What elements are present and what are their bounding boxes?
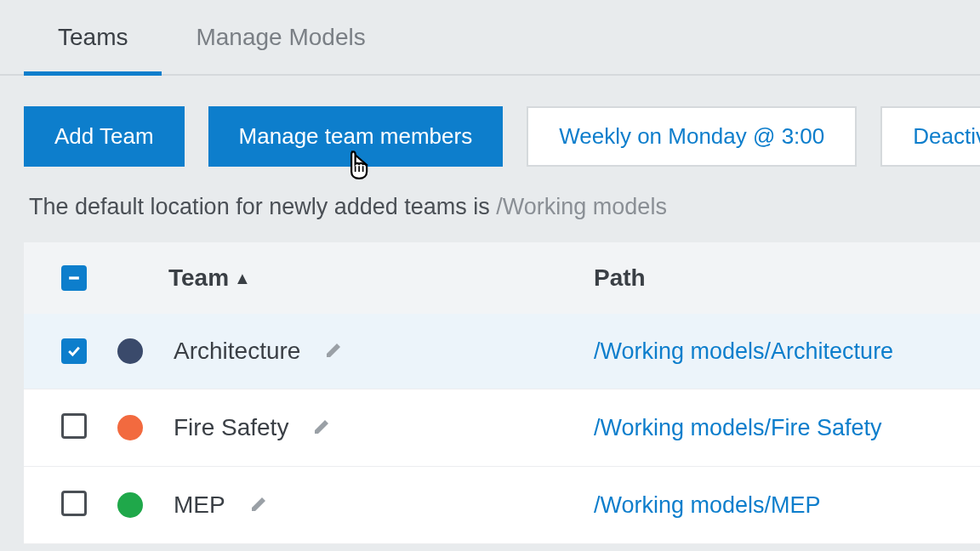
row-checkbox[interactable]: [61, 413, 87, 439]
edit-icon[interactable]: [312, 416, 333, 440]
tab-teams[interactable]: Teams: [24, 0, 162, 76]
path-link[interactable]: /Working models/Architecture: [594, 338, 893, 364]
action-bar: Add Team Manage team members Weekly on M…: [0, 76, 980, 187]
sort-asc-icon: ▲: [234, 269, 251, 288]
team-color-dot: [117, 338, 143, 364]
table-row: Architecture/Working models/Architecture: [24, 314, 980, 389]
deactivate-button[interactable]: Deactivate: [880, 106, 980, 167]
table-row: Fire Safety/Working models/Fire Safety: [24, 389, 980, 467]
table-header: Team▲ Path: [24, 242, 980, 314]
add-team-button[interactable]: Add Team: [24, 106, 185, 167]
select-all-checkbox[interactable]: [61, 265, 87, 291]
tab-bar: Teams Manage Models: [0, 0, 980, 76]
team-name: Architecture: [174, 338, 300, 365]
team-color-dot: [117, 492, 143, 518]
path-link[interactable]: /Working models/MEP: [594, 492, 821, 518]
row-checkbox[interactable]: [61, 338, 87, 364]
team-name: MEP: [174, 491, 225, 519]
path-link[interactable]: /Working models/Fire Safety: [594, 415, 882, 440]
teams-table: Team▲ Path Architecture/Working models/A…: [24, 242, 980, 544]
edit-icon[interactable]: [324, 339, 345, 363]
column-header-path[interactable]: Path: [594, 264, 980, 292]
team-color-dot: [117, 415, 143, 440]
edit-icon[interactable]: [249, 493, 270, 517]
team-name: Fire Safety: [174, 414, 288, 441]
tab-manage-models[interactable]: Manage Models: [162, 0, 399, 76]
info-path: /Working models: [496, 194, 667, 219]
manage-team-members-button[interactable]: Manage team members: [208, 106, 504, 167]
column-header-team[interactable]: Team▲: [117, 264, 594, 292]
table-row: MEP/Working models/MEP: [24, 467, 980, 544]
row-checkbox[interactable]: [61, 491, 87, 516]
info-prefix: The default location for newly added tea…: [29, 194, 496, 219]
schedule-button[interactable]: Weekly on Monday @ 3:00: [527, 106, 857, 167]
svg-rect-0: [69, 276, 79, 279]
info-text: The default location for newly added tea…: [0, 187, 980, 242]
